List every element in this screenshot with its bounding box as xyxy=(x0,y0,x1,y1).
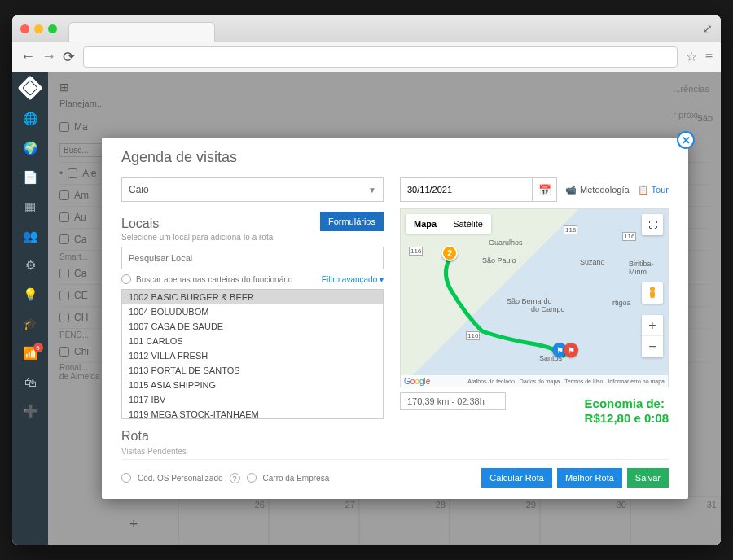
bookmark-icon[interactable]: ☆ xyxy=(686,49,697,64)
calculate-route-button[interactable]: Calcular Rota xyxy=(481,468,552,488)
map-tab-map[interactable]: Mapa xyxy=(406,214,445,234)
list-item[interactable]: 101 CARLOS xyxy=(122,334,383,348)
nav-back-icon[interactable]: ← xyxy=(20,48,35,66)
list-item[interactable]: 1002 BASIC BURGER & BEER xyxy=(122,290,383,304)
list-item[interactable]: 1019 MEGA STOCK-ITANHAEM xyxy=(122,407,383,419)
custom-os-radio[interactable] xyxy=(121,473,131,483)
window-maximize[interactable] xyxy=(48,24,57,33)
sidebar-icon-grid[interactable]: ▦ xyxy=(24,199,36,214)
sidebar-icon-bulb[interactable]: 💡 xyxy=(23,287,38,302)
sidebar-icon-grad[interactable]: 🎓 xyxy=(23,317,38,331)
list-item[interactable]: 1015 ASIA SHIPPING xyxy=(122,378,383,392)
locais-heading: Locais xyxy=(121,217,159,231)
company-car-radio[interactable] xyxy=(247,473,257,483)
zoom-out-icon[interactable]: − xyxy=(642,336,663,357)
sidebar-icon-rss[interactable]: 📶5 xyxy=(23,346,38,361)
methodology-link[interactable]: 📹 Metodología xyxy=(565,185,630,195)
map-marker-stop[interactable]: 2 xyxy=(441,245,458,261)
sidebar-icon-users[interactable]: 👥 xyxy=(23,229,38,243)
map-tab-satellite[interactable]: Satélite xyxy=(445,214,491,234)
rota-heading: Rota xyxy=(121,429,384,444)
save-button[interactable]: Salvar xyxy=(627,468,669,488)
map-marker-end[interactable]: ⚑ xyxy=(564,343,578,357)
tour-link[interactable]: 📋 Tour xyxy=(638,185,669,195)
date-picker[interactable]: 📅 xyxy=(400,177,557,202)
fullscreen-icon[interactable]: ⛶ xyxy=(642,214,663,235)
custom-os-label: Cód. OS Personalizado xyxy=(138,474,223,483)
zoom-in-icon[interactable]: + xyxy=(642,315,663,336)
list-item[interactable]: 1013 PORTAL DE SANTOS xyxy=(122,363,383,378)
date-input[interactable] xyxy=(401,185,532,195)
search-local-input[interactable] xyxy=(121,247,384,269)
map-attribution: Google Atalhos do teclado Dados do mapa … xyxy=(401,375,668,387)
browser-tab[interactable] xyxy=(68,22,215,42)
visit-agenda-modal: ✕ Agenda de visitas Caio▼ Locais Formulá… xyxy=(102,138,688,499)
svg-rect-1 xyxy=(650,291,655,298)
economy-callout: Economia de: R$12,80 e 0:08 xyxy=(585,396,669,426)
sidebar-icon-doc[interactable]: 📄 xyxy=(23,170,38,185)
sidebar-icon-globe[interactable]: 🌐 xyxy=(23,112,38,126)
nav-reload-icon[interactable]: ⟳ xyxy=(63,48,75,66)
close-icon[interactable]: ✕ xyxy=(677,131,695,149)
svg-point-0 xyxy=(650,287,655,291)
streetview-icon[interactable] xyxy=(642,282,663,304)
google-logo: Google xyxy=(404,377,430,386)
url-bar[interactable] xyxy=(83,46,678,68)
window-close[interactable] xyxy=(20,24,29,33)
nav-forward-icon: → xyxy=(42,48,56,66)
app-sidebar: 🌐 🌍 📄 ▦ 👥 ⚙ 💡 🎓 📶5 🛍 ➕ xyxy=(12,72,48,545)
locals-listbox[interactable]: 1002 BASIC BURGER & BEER 1004 BOLUDUBOM … xyxy=(121,289,384,419)
notification-badge: 5 xyxy=(33,343,43,352)
list-item[interactable]: 1012 VILLA FRESH xyxy=(122,348,383,363)
list-item[interactable]: 1007 CASA DE SAUDE xyxy=(122,319,383,334)
sidebar-icon-plus[interactable]: ➕ xyxy=(23,404,38,418)
expand-icon[interactable]: ⤢ xyxy=(703,22,713,35)
distance-summary: 170,39 km - 02:38h xyxy=(400,392,506,410)
rota-sub: Visitas Pendentes xyxy=(121,447,384,456)
calendar-icon[interactable]: 📅 xyxy=(532,178,556,201)
help-icon[interactable]: ? xyxy=(230,473,240,483)
sidebar-icon-gear[interactable]: ⚙ xyxy=(25,258,36,273)
list-item[interactable]: 1017 IBV xyxy=(122,392,383,407)
browser-menu-icon[interactable]: ≡ xyxy=(705,50,713,64)
advanced-filter-link[interactable]: Filtro avançado ▾ xyxy=(322,275,384,284)
user-select[interactable]: Caio▼ xyxy=(121,177,384,202)
forms-button[interactable]: Formulários xyxy=(320,212,384,231)
modal-title: Agenda de visitas xyxy=(121,149,669,166)
app-logo[interactable] xyxy=(17,75,42,100)
list-item[interactable]: 1004 BOLUDUBOM xyxy=(122,304,383,319)
browser-toolbar: ← → ⟳ ☆ ≡ xyxy=(12,42,721,72)
sidebar-icon-bag[interactable]: 🛍 xyxy=(24,375,37,389)
sidebar-icon-world[interactable]: 🌍 xyxy=(23,141,38,155)
company-car-label: Carro da Empresa xyxy=(263,474,330,483)
locais-hint: Selecione um local para adiciona-lo a ro… xyxy=(121,233,384,242)
window-minimize[interactable] xyxy=(34,24,43,33)
best-route-button[interactable]: Melhor Rota xyxy=(557,468,622,488)
chevron-down-icon: ▼ xyxy=(368,186,376,195)
browser-titlebar: ⤢ xyxy=(12,15,721,42)
employee-only-radio[interactable] xyxy=(121,274,131,284)
map-canvas[interactable]: Mapa Satélite ⛶ + − xyxy=(400,208,669,387)
employee-only-label: Buscar apenas nas carteiras do funcionár… xyxy=(136,275,292,284)
route-line xyxy=(433,250,596,380)
